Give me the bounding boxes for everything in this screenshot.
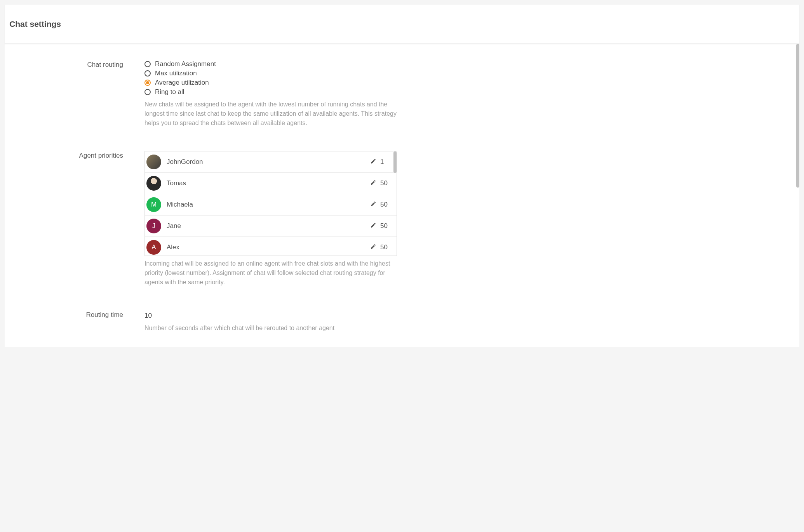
radio-label: Ring to all: [155, 88, 184, 96]
agent-name: Jane: [167, 222, 370, 230]
pencil-icon: [370, 243, 376, 251]
chat-routing-radio-group: Random AssignmentMax utilizationAverage …: [144, 60, 397, 96]
agent-name: JohnGordon: [167, 158, 370, 166]
agent-row[interactable]: JohnGordon1: [145, 151, 397, 173]
radio-option[interactable]: Ring to all: [144, 88, 397, 96]
main-scrollbar[interactable]: [796, 44, 799, 188]
agent-list-container: JohnGordon1Tomas50MMichaela50JJane50AAle…: [144, 151, 397, 256]
radio-label: Max utilization: [155, 70, 197, 77]
routing-time-label: Routing time: [86, 311, 123, 318]
agent-list[interactable]: JohnGordon1Tomas50MMichaela50JJane50AAle…: [145, 151, 397, 256]
pencil-icon: [370, 222, 376, 230]
radio-icon: [144, 80, 151, 86]
chat-routing-label: Chat routing: [87, 61, 123, 68]
radio-option[interactable]: Random Assignment: [144, 60, 397, 68]
agent-priority-value: 50: [380, 179, 390, 187]
agent-row[interactable]: JJane50: [145, 216, 397, 237]
radio-icon: [144, 61, 151, 67]
agent-name: Tomas: [167, 179, 370, 187]
avatar: M: [146, 197, 161, 212]
radio-option[interactable]: Average utilization: [144, 79, 397, 87]
settings-panel: Chat settings Chat routing Random Assign…: [5, 5, 799, 347]
agent-name: Alex: [167, 243, 370, 251]
radio-label: Random Assignment: [155, 60, 216, 68]
agent-priority-value: 50: [380, 243, 390, 251]
agent-name: Michaela: [167, 201, 370, 209]
chat-routing-helper: New chats will be assigned to the agent …: [144, 100, 397, 128]
routing-time-helper: Number of seconds after which chat will …: [144, 325, 397, 332]
agent-priority-edit[interactable]: 50: [370, 222, 390, 230]
pencil-icon: [370, 179, 376, 187]
label-column: Chat routing: [12, 60, 144, 128]
field-column: Random AssignmentMax utilizationAverage …: [144, 60, 397, 128]
agent-priority-edit[interactable]: 1: [370, 158, 390, 166]
field-column: Number of seconds after which chat will …: [144, 310, 397, 332]
agent-priority-edit[interactable]: 50: [370, 243, 390, 251]
radio-label: Average utilization: [155, 79, 209, 87]
agent-priorities-helper: Incoming chat will be assigned to an onl…: [144, 259, 397, 287]
routing-time-row: Routing time Number of seconds after whi…: [12, 310, 792, 332]
agent-row[interactable]: AAlex50: [145, 237, 397, 256]
chat-routing-row: Chat routing Random AssignmentMax utiliz…: [12, 60, 792, 128]
field-column: JohnGordon1Tomas50MMichaela50JJane50AAle…: [144, 151, 397, 287]
page-title: Chat settings: [9, 19, 795, 29]
label-column: Agent priorities: [12, 151, 144, 287]
agent-priority-edit[interactable]: 50: [370, 179, 390, 187]
radio-icon: [144, 70, 151, 76]
avatar: A: [146, 240, 161, 255]
panel-content: Chat routing Random AssignmentMax utiliz…: [5, 44, 799, 347]
avatar: J: [146, 219, 161, 233]
agent-priorities-row: Agent priorities JohnGordon1Tomas50MMich…: [12, 151, 792, 287]
agent-row[interactable]: Tomas50: [145, 173, 397, 194]
agent-list-scrollbar[interactable]: [393, 151, 397, 173]
radio-icon: [144, 89, 151, 95]
agent-priority-value: 50: [380, 201, 390, 209]
avatar: [146, 176, 161, 191]
avatar: [146, 155, 161, 169]
agent-priority-value: 50: [380, 222, 390, 230]
label-column: Routing time: [12, 310, 144, 332]
pencil-icon: [370, 201, 376, 209]
routing-time-input[interactable]: [144, 310, 397, 322]
agent-priorities-label: Agent priorities: [79, 152, 123, 159]
radio-option[interactable]: Max utilization: [144, 70, 397, 77]
agent-priority-edit[interactable]: 50: [370, 201, 390, 209]
agent-priority-value: 1: [380, 158, 390, 166]
pencil-icon: [370, 158, 376, 166]
panel-header: Chat settings: [5, 5, 799, 44]
agent-row[interactable]: MMichaela50: [145, 194, 397, 216]
